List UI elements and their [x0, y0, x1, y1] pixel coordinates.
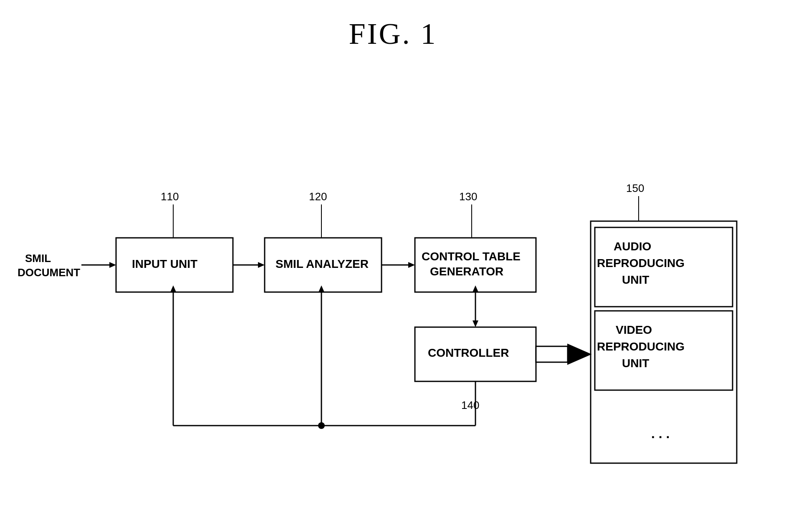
- arrow-feedback-input: [170, 285, 176, 292]
- arrow-smil-to-input: [109, 262, 116, 268]
- controller-label: CONTROLLER: [428, 346, 509, 359]
- arrow-ctg-ctrl-down: [473, 320, 478, 327]
- ref-110-label: 110: [161, 190, 179, 203]
- audio-label-1: AUDIO: [614, 240, 651, 253]
- ctg-label-line2: GENERATOR: [430, 265, 503, 278]
- ref-130-label: 130: [459, 190, 477, 203]
- ref-150-label: 150: [626, 182, 644, 194]
- smil-doc-line1: SMIL: [25, 252, 51, 265]
- video-label-3: UNIT: [622, 357, 649, 370]
- dots-label: . . .: [651, 426, 670, 441]
- arrow-ctrl-head: [568, 344, 591, 364]
- ref-120-label: 120: [309, 190, 327, 203]
- arrow-input-to-smil: [258, 262, 265, 268]
- ref-140-label: 140: [461, 399, 479, 411]
- smil-doc-line2: DOCUMENT: [18, 266, 80, 279]
- video-label-2: REPRODUCING: [597, 340, 685, 353]
- input-unit-label: INPUT UNIT: [132, 257, 197, 270]
- audio-label-3: UNIT: [622, 273, 649, 286]
- arrow-feedback-smil: [318, 285, 324, 292]
- arrow-ctrl-body: [536, 346, 568, 362]
- ctg-label-line1: CONTROL TABLE: [422, 250, 521, 263]
- arrow-smil-to-ctg: [408, 262, 415, 268]
- smil-analyzer-label: SMIL ANALYZER: [275, 257, 369, 270]
- diagram-container: 110 120 130 150 SMIL DOCUMENT INPUT UNIT…: [0, 75, 786, 513]
- arrow-ctg-ctrl-up: [473, 285, 478, 292]
- video-label-1: VIDEO: [616, 323, 652, 336]
- audio-label-2: REPRODUCING: [597, 257, 685, 270]
- page-title: FIG. 1: [0, 0, 786, 51]
- diagram-svg: 110 120 130 150 SMIL DOCUMENT INPUT UNIT…: [0, 75, 786, 513]
